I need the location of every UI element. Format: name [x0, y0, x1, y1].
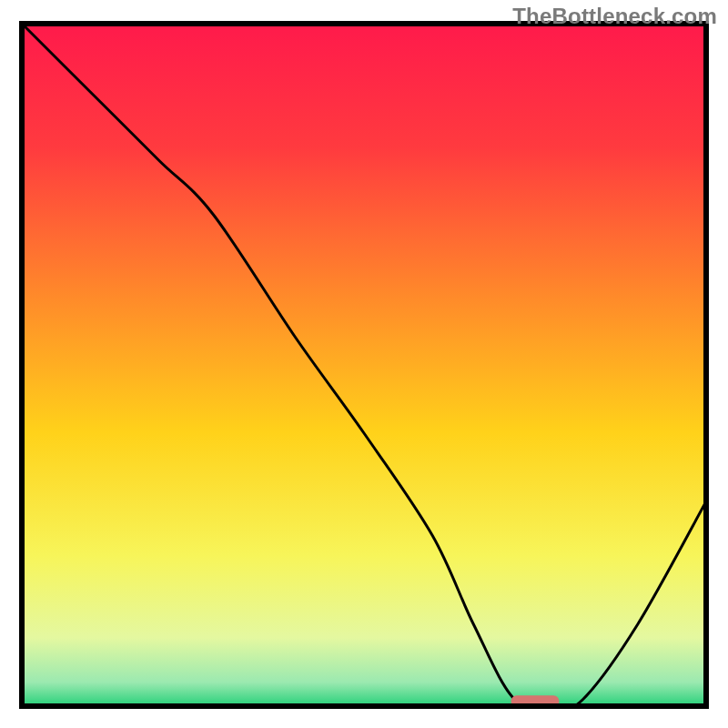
chart-frame: TheBottleneck.com: [0, 0, 728, 728]
watermark-text: TheBottleneck.com: [512, 4, 717, 29]
bottleneck-chart: [0, 0, 728, 728]
